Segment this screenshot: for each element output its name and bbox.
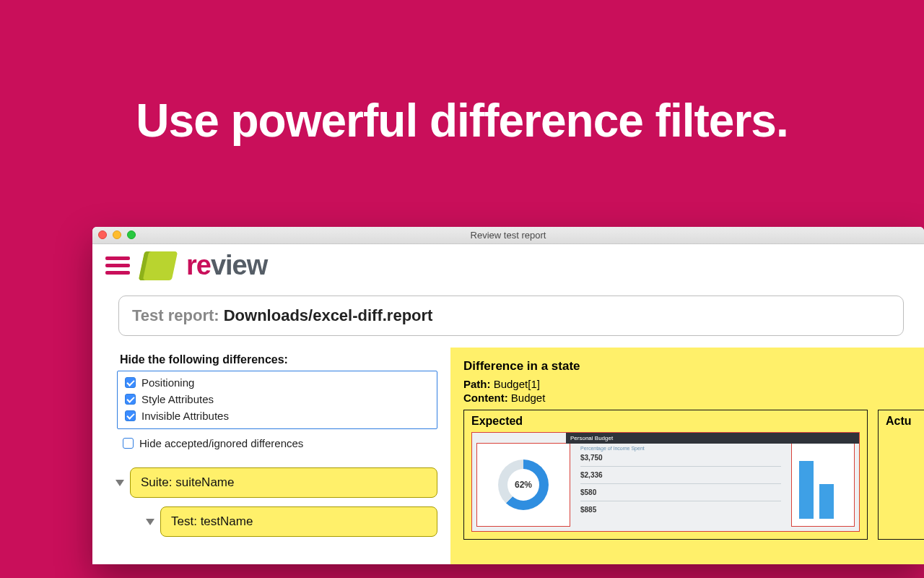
expected-thumbnail[interactable]: Personal Budget 62% Percentage of Income… [471, 432, 860, 532]
expected-pane: Expected Personal Budget 62% Percentage … [463, 410, 868, 540]
chevron-down-icon[interactable] [146, 519, 154, 525]
tree-row-test[interactable]: Test: testName [143, 506, 437, 537]
app-wordmark: review [186, 250, 267, 281]
filter-label: Style Attributes [141, 393, 214, 405]
menu-icon[interactable] [105, 256, 130, 276]
filter-invisible-attributes[interactable]: Invisible Attributes [123, 407, 431, 424]
thumb-values: Percentage of Income Spent $3,750 $2,336… [575, 433, 787, 531]
checkbox-icon[interactable] [123, 438, 134, 449]
titlebar: Review test report [92, 227, 924, 244]
diff-title: Difference in a state [463, 359, 924, 374]
report-path-value: Downloads/excel-diff.report [224, 306, 433, 324]
actual-label: Actu [879, 413, 924, 432]
filter-style-attributes[interactable]: Style Attributes [123, 391, 431, 407]
app-window: Review test report review Test report: D… [92, 227, 924, 564]
minimize-icon[interactable] [113, 230, 121, 239]
filters-group: Positioning Style Attributes Invisible A… [117, 371, 437, 429]
thumb-header: Personal Budget [566, 433, 859, 444]
filter-label: Positioning [141, 376, 194, 389]
chevron-down-icon[interactable] [116, 480, 124, 486]
filter-positioning[interactable]: Positioning [123, 374, 431, 391]
close-icon[interactable] [98, 230, 107, 239]
checkbox-icon[interactable] [125, 377, 136, 388]
test-chip[interactable]: Test: testName [160, 506, 437, 537]
report-path-field[interactable]: Test report: Downloads/excel-diff.report [118, 296, 904, 336]
diff-path: Path: Budget[1] [463, 378, 924, 390]
checkbox-icon[interactable] [125, 410, 136, 421]
app-logo-icon [139, 251, 178, 280]
filter-label: Invisible Attributes [141, 410, 229, 422]
report-path-label: Test report: [132, 306, 224, 324]
diff-panel: Difference in a state Path: Budget[1] Co… [450, 348, 924, 564]
actual-pane: Actu [878, 410, 924, 540]
filters-heading: Hide the following differences: [120, 353, 437, 366]
checkbox-icon[interactable] [125, 394, 136, 405]
expected-label: Expected [464, 413, 867, 432]
hero-headline: Use powerful difference filters. [0, 0, 924, 147]
filter-label: Hide accepted/ignored differences [139, 437, 303, 449]
bar-chart-icon [791, 443, 855, 527]
tree-row-suite[interactable]: Suite: suiteName [113, 467, 437, 498]
results-tree: Suite: suiteName Test: testName [113, 467, 437, 537]
filter-hide-accepted[interactable]: Hide accepted/ignored differences [121, 435, 437, 452]
diff-content: Content: Budget [463, 392, 924, 404]
donut-chart-icon: 62% [498, 460, 549, 510]
filters-panel: Hide the following differences: Position… [113, 348, 437, 564]
window-title: Review test report [471, 230, 546, 241]
suite-chip[interactable]: Suite: suiteName [130, 467, 437, 498]
zoom-icon[interactable] [127, 230, 136, 239]
